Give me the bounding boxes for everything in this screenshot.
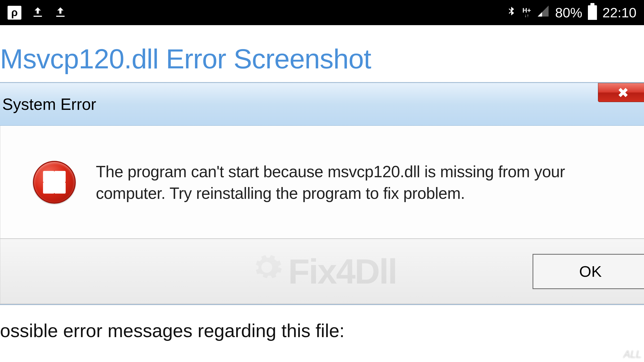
dialog-title: System Error: [1, 95, 96, 114]
battery-percent: 80%: [555, 5, 582, 20]
clock-time: 22:10: [602, 5, 636, 20]
upload-icon: [31, 6, 44, 19]
page-below-fragment: ossible error messages regarding this fi…: [0, 305, 644, 341]
gear-icon: [250, 251, 283, 292]
dialog-message: The program can't start because msvcp120…: [96, 161, 627, 204]
network-type-icon: H+ ↓↑: [522, 8, 531, 18]
status-right-group: H+ ↓↑ 80% 22:10: [505, 5, 636, 21]
app-p-icon: ρ: [8, 6, 21, 20]
status-left-group: ρ: [8, 6, 67, 20]
upload-icon: [54, 6, 67, 19]
dialog-body: The program can't start because msvcp120…: [0, 126, 644, 239]
ok-button[interactable]: OK: [533, 254, 644, 289]
net-top: H+: [522, 8, 531, 13]
corner-watermark: ALL: [624, 349, 641, 360]
bluetooth-icon: [505, 5, 517, 20]
error-dialog: System Error The program can't start bec…: [0, 82, 644, 305]
signal-icon: [537, 5, 550, 21]
dialog-titlebar[interactable]: System Error: [0, 83, 644, 126]
android-status-bar: ρ H+ ↓↑ 80% 22:10: [0, 0, 644, 25]
watermark-label: Fix4Dll: [288, 251, 396, 292]
page-content: Msvcp120.dll Error Screenshot System Err…: [0, 25, 644, 341]
watermark-text: Fix4Dll: [250, 251, 396, 292]
error-x-icon: [33, 161, 76, 204]
battery-icon: [588, 5, 597, 20]
page-title: Msvcp120.dll Error Screenshot: [0, 25, 644, 82]
net-arrows: ↓↑: [525, 14, 529, 18]
close-button[interactable]: [598, 83, 644, 102]
dialog-footer: Fix4Dll OK: [0, 239, 644, 304]
